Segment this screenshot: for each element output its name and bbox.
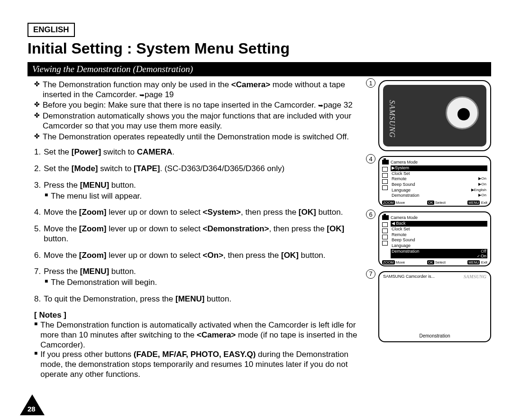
notes-list: ■The Demonstration function is automatic… (32, 320, 368, 379)
menu-item: Demonstration▶On (391, 193, 487, 199)
menu-icon (382, 241, 388, 246)
menu-icon (382, 222, 388, 227)
page-number-badge: 28 (20, 394, 45, 415)
menu-item: Clock Set (391, 227, 487, 232)
step-4: Move the [Zoom] lever up or down to sele… (44, 208, 343, 218)
menu-item: Beep Sound▶On (391, 182, 487, 188)
step-3-sub: The menu list will appear. (51, 192, 142, 201)
intro-4: The Demonstration operates repeatedly un… (43, 132, 349, 142)
step-7-sub: The Demonstration will begin. (51, 278, 157, 288)
menu-item-back: ◀ Back (391, 221, 487, 227)
figure-4-number: 4 (366, 154, 375, 164)
notes-heading: [ Notes ] (34, 310, 368, 320)
step-7: Press the [MENU] button. (44, 267, 136, 277)
menu-item-selected: DemonstrationOff (391, 249, 487, 254)
step-5: Move the [Zoom] lever up or down to sele… (44, 224, 368, 244)
note-1: The Demonstration function is automatica… (40, 320, 368, 350)
page-title: Initial Setting : System Menu Setting (27, 40, 491, 57)
samsung-logo: SAMSUNG (464, 274, 486, 279)
intro-2: Before you begin: Make sure that there i… (43, 100, 353, 110)
menu-item: Language (391, 243, 487, 249)
camera-icon (382, 215, 389, 220)
menu-item: Clock Set (391, 171, 487, 177)
step-8: To quit the Demonstration, press the [ME… (44, 294, 231, 304)
menu-icon (382, 167, 388, 172)
main-text-column: ✤The Demonstration function may only be … (27, 80, 368, 380)
menu-icon (382, 185, 388, 190)
step-3: Press the [MENU] button. (44, 181, 136, 191)
language-label: ENGLISH (27, 23, 75, 37)
menu-item: Remote (391, 232, 487, 238)
menu-icon (382, 173, 388, 178)
menu-item: Language▶English (391, 188, 487, 193)
intro-bullets: ✤The Demonstration function may only be … (34, 80, 368, 142)
figures-column: 1 SAMSUNG 4 Camera Mode (378, 80, 491, 380)
menu-option-on: On (391, 254, 487, 258)
intro-1: The Demonstration function may only be u… (43, 80, 368, 100)
camera-icon (382, 160, 389, 164)
figure-6: 6 Camera Mode ◀ Back Clock Set Remote Be… (378, 211, 491, 266)
figure-4: 4 Camera Mode ▶System Clock Set Remote▶O… (378, 156, 491, 207)
figure-7: 7 SAMSUNG Camcorder is... SAMSUNG Demons… (378, 271, 491, 342)
step-1: Set the [Power] switch to CAMERA. (44, 147, 174, 157)
step-6: Move the [Zoom] lever up or down to sele… (44, 251, 325, 261)
menu-item: Beep Sound (391, 237, 487, 243)
menu-item: Remote▶On (391, 176, 487, 182)
step-2: Set the [Mode] switch to [TAPE]. (SC-D36… (44, 164, 284, 174)
demo-label: Demonstration (379, 333, 490, 338)
menu-icon (382, 235, 388, 239)
figure-1: 1 SAMSUNG (378, 80, 491, 151)
menu-icon (382, 228, 388, 233)
camcorder-illustration: SAMSUNG (378, 80, 491, 151)
figure-7-number: 7 (366, 269, 375, 279)
figure-1-number: 1 (366, 78, 375, 88)
lcd-panel-6: Camera Mode ◀ Back Clock Set Remote Beep… (378, 211, 491, 266)
menu-item-selected: ▶System (391, 165, 487, 171)
lcd-panel-4: Camera Mode ▶System Clock Set Remote▶On … (378, 156, 491, 207)
menu-icon (382, 179, 388, 184)
note-2: If you press other buttons (FADE, MF/AF,… (40, 350, 368, 379)
demo-screen: SAMSUNG Camcorder is... SAMSUNG Demonstr… (378, 271, 491, 342)
section-heading: Viewing the Demonstration (Demonstration… (27, 62, 491, 76)
intro-3: Demonstration automatically shows you th… (43, 111, 368, 131)
figure-6-number: 6 (366, 210, 375, 219)
steps-list: 1.Set the [Power] switch to CAMERA. 2.Se… (34, 147, 368, 304)
